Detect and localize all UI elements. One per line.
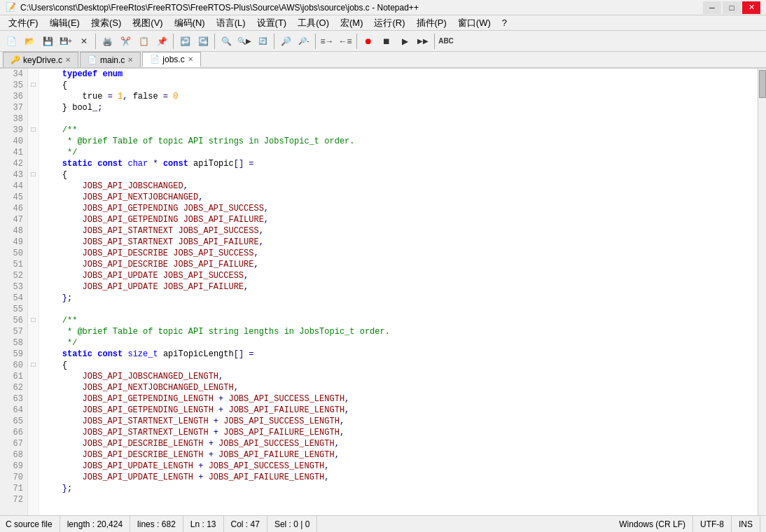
menu-window[interactable]: 窗口(W) (452, 15, 496, 31)
line-num-53: 53 (0, 281, 27, 293)
tab-main[interactable]: 📄 main.c ✕ (80, 52, 141, 67)
line-num-39: 39 (0, 125, 27, 136)
code-line-36: true = 1, false = 0 (42, 91, 758, 102)
line-num-63: 63 (0, 393, 27, 405)
menu-run[interactable]: 运行(R) (368, 15, 410, 31)
tab-main-close[interactable]: ✕ (127, 56, 133, 64)
fold-49 (28, 237, 39, 248)
line-num-61: 61 (0, 371, 27, 382)
tab-jobs[interactable]: 📄 jobs.c ✕ (142, 52, 200, 67)
fold-61 (28, 371, 39, 382)
tb-macro-rec[interactable]: ⏺ (360, 33, 377, 50)
line-num-71: 71 (0, 483, 27, 494)
line-num-52: 52 (0, 270, 27, 281)
tb-findnext[interactable]: 🔍▶ (236, 33, 253, 50)
line-num-46: 46 (0, 203, 27, 214)
tb-paste[interactable]: 📌 (153, 33, 170, 50)
tb-redo[interactable]: ↪️ (195, 33, 211, 50)
tab-jobs-close[interactable]: ✕ (188, 55, 193, 63)
tb-print[interactable]: 🖨️ (99, 33, 116, 50)
vertical-scrollbar[interactable] (758, 69, 766, 515)
fold-69 (28, 461, 39, 472)
line-num-60: 60 (0, 360, 27, 371)
fold-56[interactable]: □ (28, 315, 39, 326)
menu-tools[interactable]: 工具(O) (292, 15, 335, 31)
line-num-56: 56 (0, 315, 27, 326)
menu-search[interactable]: 搜索(S) (85, 15, 127, 31)
tb-abc[interactable]: ABC (438, 33, 454, 50)
fold-67 (28, 438, 39, 449)
tb-copy[interactable]: 📋 (135, 33, 152, 50)
code-line-57: * @brief Table of topic API string lengt… (42, 326, 758, 337)
fold-57 (28, 326, 39, 337)
line-num-37: 37 (0, 102, 27, 113)
tb-close[interactable]: ✕ (76, 33, 92, 50)
menu-lang[interactable]: 语言(L) (211, 15, 251, 31)
line-num-48: 48 (0, 225, 27, 237)
tb-undo[interactable]: ↩️ (176, 33, 193, 50)
menu-file[interactable]: 文件(F) (3, 15, 44, 31)
code-line-46: JOBS_API_GETPENDING JOBS_API_SUCCESS, (42, 203, 758, 214)
menu-bar: 文件(F) 编辑(E) 搜索(S) 视图(V) 编码(N) 语言(L) 设置(T… (0, 15, 766, 31)
tb-replace[interactable]: 🔄 (254, 33, 271, 50)
tb-indent[interactable]: ≡→ (319, 33, 335, 50)
line-num-62: 62 (0, 382, 27, 393)
tb-macro-play[interactable]: ▶ (396, 33, 413, 50)
status-length: length : 20,424 (60, 516, 130, 532)
tb-find[interactable]: 🔍 (218, 33, 235, 50)
minimize-button[interactable]: ─ (703, 1, 721, 14)
tb-save-all[interactable]: 💾+ (57, 33, 74, 50)
tb-new[interactable]: 📄 (3, 33, 20, 50)
tb-zoom-out[interactable]: 🔎- (295, 33, 312, 50)
status-ln: Ln : 13 (183, 516, 224, 532)
toolbar-sep-5 (315, 34, 316, 49)
menu-edit[interactable]: 编辑(E) (44, 15, 85, 31)
code-line-56: /** (42, 315, 758, 326)
fold-62 (28, 382, 39, 393)
line-num-40: 40 (0, 136, 27, 147)
fold-59 (28, 349, 39, 360)
code-area[interactable]: typedef enum { true = 1, false = 0 } boo… (39, 69, 758, 515)
menu-encode[interactable]: 编码(N) (169, 15, 211, 31)
menu-plugins[interactable]: 插件(P) (411, 15, 452, 31)
fold-43[interactable]: □ (28, 169, 39, 181)
scrollbar-thumb[interactable] (759, 70, 766, 98)
menu-view[interactable]: 视图(V) (127, 15, 168, 31)
tab-bar: 🔑 keyDrive.c ✕ 📄 main.c ✕ 📄 jobs.c ✕ (0, 52, 766, 69)
status-lines: lines : 682 (130, 516, 183, 532)
tb-macro-run[interactable]: ▶▶ (415, 33, 431, 50)
status-sel: Sel : 0 | 0 (267, 516, 317, 532)
code-line-44: JOBS_API_JOBSCHANGED, (42, 181, 758, 192)
code-line-53: JOBS_API_UPDATE JOBS_API_FAILURE, (42, 281, 758, 293)
code-line-69: JOBS_API_UPDATE_LENGTH + JOBS_API_SUCCES… (42, 461, 758, 472)
fold-55 (28, 304, 39, 315)
menu-help[interactable]: ? (496, 16, 513, 29)
fold-66 (28, 427, 39, 438)
fold-60[interactable]: □ (28, 360, 39, 371)
status-col: Col : 47 (224, 516, 267, 532)
line-num-54: 54 (0, 293, 27, 304)
code-line-52: JOBS_API_UPDATE JOBS_API_SUCCESS, (42, 270, 758, 281)
toolbar-sep-6 (356, 34, 357, 49)
menu-settings[interactable]: 设置(T) (251, 15, 293, 31)
tab-keyDrive[interactable]: 🔑 keyDrive.c ✕ (3, 52, 78, 67)
fold-39[interactable]: □ (28, 125, 39, 136)
code-line-61: JOBS_API_JOBSCHANGED_LENGTH, (42, 371, 758, 382)
menu-macro[interactable]: 宏(M) (335, 15, 369, 31)
maximize-button[interactable]: □ (723, 1, 741, 14)
tb-open[interactable]: 📂 (21, 33, 38, 50)
tb-unindent[interactable]: ←≡ (337, 33, 354, 50)
title-bar: 📝 C:\Users\const\Desktop\FreeRtos\FreeRT… (0, 0, 766, 15)
code-line-51: JOBS_API_DESCRIBE JOBS_API_FAILURE, (42, 259, 758, 270)
tab-keyDrive-icon: 🔑 (11, 55, 20, 64)
code-line-50: JOBS_API_DESCRIBE JOBS_API_SUCCESS, (42, 248, 758, 259)
fold-35[interactable]: □ (28, 80, 39, 91)
close-button[interactable]: ✕ (742, 1, 760, 14)
tb-save[interactable]: 💾 (39, 33, 56, 50)
tb-macro-stop[interactable]: ⏹ (378, 33, 395, 50)
tab-keyDrive-close[interactable]: ✕ (65, 56, 71, 64)
fold-44 (28, 181, 39, 192)
tb-cut[interactable]: ✂️ (117, 33, 134, 50)
tb-zoom-in[interactable]: 🔎 (277, 33, 294, 50)
code-line-71: }; (42, 483, 758, 494)
